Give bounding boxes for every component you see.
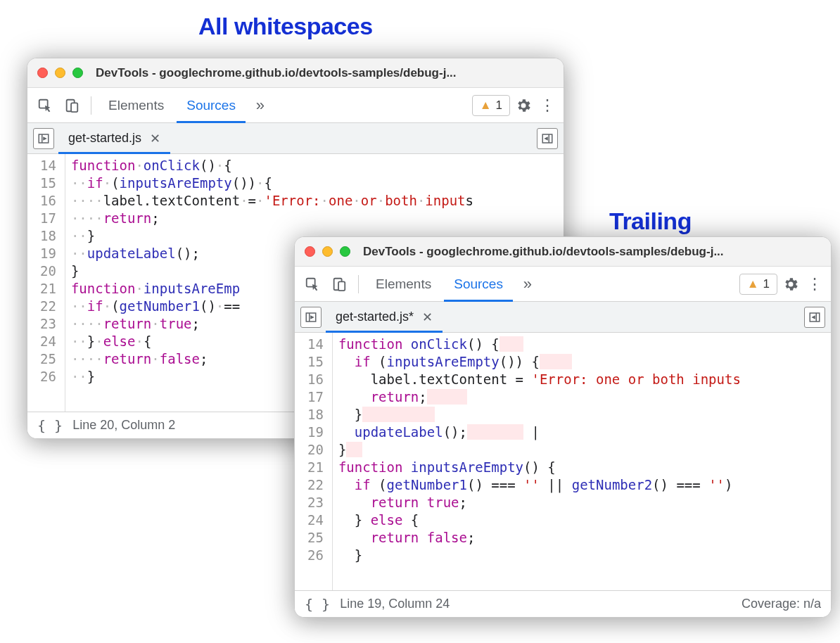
window-titlebar: DevTools - googlechrome.github.io/devtoo… — [295, 237, 831, 267]
show-debugger-icon[interactable] — [537, 128, 558, 149]
file-tab-label: get-started.js — [68, 131, 141, 146]
tab-sources[interactable]: Sources — [177, 88, 246, 123]
maximize-window-button[interactable] — [340, 246, 350, 257]
inspect-element-icon[interactable] — [33, 94, 57, 117]
code-content[interactable]: function onClick() { if (inputsAreEmpty(… — [333, 333, 741, 590]
traffic-lights — [37, 68, 83, 78]
pretty-print-icon[interactable]: { } — [305, 596, 330, 613]
cursor-position: Line 19, Column 24 — [340, 597, 450, 611]
warning-icon: ▲ — [480, 98, 492, 113]
minimize-window-button[interactable] — [322, 246, 333, 257]
close-window-button[interactable] — [305, 246, 315, 257]
divider — [358, 275, 359, 293]
window-titlebar: DevTools - googlechrome.github.io/devtoo… — [27, 58, 564, 88]
line-number-gutter: 14151617181920212223242526 — [27, 154, 65, 412]
cursor-position: Line 20, Column 2 — [72, 418, 175, 433]
divider — [91, 96, 91, 115]
line-number-gutter: 14151617181920212223242526 — [295, 333, 333, 590]
sources-file-tabbar: get-started.js* ✕ — [295, 302, 831, 333]
coverage-status: Coverage: n/a — [742, 597, 821, 611]
warnings-badge[interactable]: ▲ 1 — [472, 95, 510, 116]
device-toolbar-icon[interactable] — [327, 272, 351, 296]
warning-count: 1 — [496, 98, 502, 113]
tab-sources[interactable]: Sources — [444, 267, 513, 302]
code-editor[interactable]: 14151617181920212223242526 function onCl… — [295, 333, 831, 590]
tab-elements[interactable]: Elements — [366, 267, 441, 302]
close-window-button[interactable] — [37, 68, 48, 78]
annotation-trailing: Trailing — [609, 208, 692, 235]
more-tabs-icon[interactable]: » — [248, 94, 272, 117]
window-title: DevTools - googlechrome.github.io/devtoo… — [363, 245, 821, 259]
file-tab-label: get-started.js* — [336, 310, 414, 324]
svg-rect-7 — [338, 281, 345, 291]
file-tab-get-started[interactable]: get-started.js ✕ — [58, 123, 170, 154]
customize-menu-icon[interactable]: ⋮ — [537, 96, 558, 115]
device-toolbar-icon[interactable] — [60, 94, 84, 117]
settings-icon[interactable] — [780, 276, 801, 293]
devtools-window-trailing: DevTools - googlechrome.github.io/devtoo… — [294, 236, 832, 618]
svg-rect-2 — [71, 103, 77, 112]
more-tabs-icon[interactable]: » — [516, 272, 540, 296]
show-navigator-icon[interactable] — [33, 128, 54, 149]
file-tab-get-started[interactable]: get-started.js* ✕ — [326, 302, 443, 333]
traffic-lights — [305, 246, 350, 257]
close-tab-icon[interactable]: ✕ — [422, 310, 433, 325]
show-debugger-icon[interactable] — [804, 307, 825, 328]
editor-statusbar: { } Line 19, Column 24 Coverage: n/a — [295, 590, 831, 617]
show-navigator-icon[interactable] — [300, 307, 322, 328]
warning-icon: ▲ — [747, 277, 759, 291]
tab-elements[interactable]: Elements — [98, 88, 174, 123]
warning-count: 1 — [763, 277, 770, 291]
settings-icon[interactable] — [513, 97, 534, 114]
minimize-window-button[interactable] — [55, 68, 65, 78]
annotation-all-whitespaces: All whitespaces — [198, 13, 373, 40]
sources-file-tabbar: get-started.js ✕ — [27, 123, 564, 154]
inspect-element-icon[interactable] — [300, 272, 324, 296]
devtools-tabbar: Elements Sources » ▲ 1 ⋮ — [295, 267, 831, 302]
window-title: DevTools - googlechrome.github.io/devtoo… — [96, 66, 554, 80]
devtools-tabbar: Elements Sources » ▲ 1 ⋮ — [27, 88, 564, 123]
pretty-print-icon[interactable]: { } — [37, 417, 63, 434]
maximize-window-button[interactable] — [72, 68, 83, 78]
close-tab-icon[interactable]: ✕ — [150, 131, 160, 146]
warnings-badge[interactable]: ▲ 1 — [739, 274, 777, 295]
customize-menu-icon[interactable]: ⋮ — [804, 275, 825, 293]
